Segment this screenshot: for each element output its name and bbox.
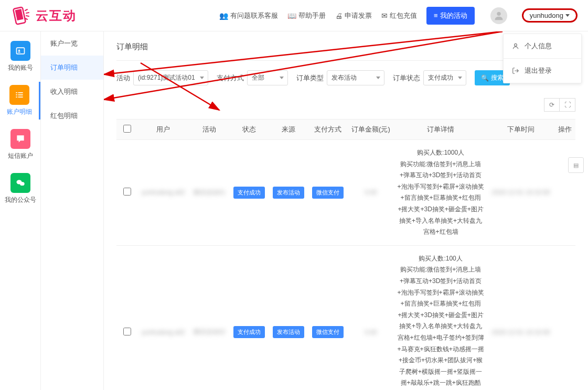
header-links: 👥有问题联系客服 📖帮助手册 🖨申请发票 ✉红包充值 ≡我的活动 yunhudo…	[219, 7, 578, 25]
sidebar-item-account-details[interactable]: 账户明细	[0, 82, 40, 120]
my-activity-button[interactable]: ≡我的活动	[426, 7, 475, 25]
svg-rect-8	[16, 94, 17, 95]
row-checkbox[interactable]	[123, 328, 131, 335]
fullscreen-button[interactable]: ⛶	[560, 98, 575, 112]
book-icon: 📖	[287, 12, 296, 20]
user-menu: 个人信息 退出登录	[503, 34, 582, 83]
table-toolbar: ⟳ ⛶	[116, 95, 575, 119]
select-paymethod[interactable]: 全部	[247, 70, 288, 85]
sidebar-item-sms-account[interactable]: 短信账户	[0, 126, 40, 164]
cell-activity: 测试活动02	[193, 328, 225, 335]
source-badge: 发布活动	[273, 326, 304, 338]
status-badge: 支付成功	[233, 187, 265, 199]
menu-item-logout[interactable]: 退出登录	[504, 59, 581, 83]
fullscreen-icon: ⛶	[564, 101, 571, 109]
cell-action	[554, 140, 575, 246]
svg-rect-10	[16, 96, 17, 98]
avatar[interactable]	[490, 7, 507, 24]
cell-user: yunhudong a02	[142, 329, 185, 336]
menu-item-profile[interactable]: 个人信息	[504, 34, 581, 58]
svg-rect-6	[16, 92, 17, 93]
paymethod-badge: 微信支付	[312, 326, 344, 338]
row-checkbox[interactable]	[123, 188, 131, 196]
th-source: 来源	[269, 120, 308, 140]
cell-time: 2020-12-01 10:10:00	[491, 329, 550, 336]
filter-label-paymethod: 支付方式	[217, 73, 244, 83]
th-details: 订单详情	[394, 120, 487, 140]
cell-action	[554, 245, 575, 390]
svg-rect-9	[18, 94, 23, 95]
cell-details: 购买人数:100人购买功能:微信签到+消息上墙+弹幕互动+3D签到+活动首页+泡…	[394, 245, 487, 390]
wechat-icon	[10, 173, 30, 193]
select-ordertype[interactable]: 发布活动	[327, 70, 384, 85]
svg-point-2	[497, 12, 500, 15]
filter-label-activity: 活动	[116, 73, 130, 83]
list-icon	[9, 85, 29, 105]
logo[interactable]: 云互动	[10, 5, 77, 26]
filter-label-ordertype: 订单类型	[296, 73, 324, 83]
envelope-icon: ✉	[381, 12, 388, 20]
caret-down-icon	[565, 14, 570, 17]
main-content: 订单明细 活动 (id:9271)测试活动01 支付方式 全部 订单类型 发布活…	[104, 31, 588, 390]
header-link-invoice[interactable]: 🖨申请发票	[335, 11, 372, 20]
th-user: 用户	[137, 120, 189, 140]
sidebar-secondary: 账户一览 订单明细 收入明细 红包明细	[41, 31, 104, 390]
print-icon: 🖨	[335, 12, 343, 20]
list-icon: ≡	[434, 12, 438, 19]
source-badge: 发布活动	[273, 187, 304, 199]
select-activity[interactable]: (id:9271)测试活动01	[133, 70, 208, 85]
svg-rect-11	[18, 96, 23, 98]
cell-time: 2020-12-01 10:10:00	[491, 189, 550, 196]
th-activity: 活动	[189, 120, 229, 140]
subnav-redpacket-details[interactable]: 红包明细	[41, 104, 103, 128]
filter-label-orderstatus: 订单状态	[393, 73, 420, 83]
header-link-help[interactable]: 📖帮助手册	[287, 11, 326, 20]
th-amount: 订单金额(元)	[347, 120, 394, 140]
cell-amount: 0.00	[365, 189, 377, 196]
subnav-order-details[interactable]: 订单明细	[41, 56, 103, 80]
contact-icon: 👥	[219, 12, 228, 20]
table-row: yunhudong a02 测试活动02 支付成功 发布活动 微信支付 0.00…	[116, 245, 575, 390]
svg-point-14	[20, 182, 24, 186]
subnav-income-details[interactable]: 收入明细	[41, 80, 103, 104]
profile-icon	[512, 42, 519, 50]
subnav-account-overview[interactable]: 账户一览	[41, 31, 103, 56]
caret-down-icon	[458, 77, 462, 79]
user-dropdown[interactable]: yunhudong	[522, 8, 578, 23]
select-orderstatus[interactable]: 支付成功	[423, 70, 466, 85]
cell-details: 购买人数:1000人购买功能:微信签到+消息上墙+弹幕互动+3D签到+活动首页+…	[394, 140, 487, 246]
th-time: 下单时间	[487, 120, 555, 140]
th-paymethod: 支付方式	[308, 120, 347, 140]
th-action: 操作	[554, 120, 575, 140]
svg-point-3	[515, 44, 517, 46]
chat-icon	[10, 129, 30, 149]
refresh-icon: ⟳	[549, 101, 554, 109]
id-card-icon	[10, 41, 30, 61]
sidebar-item-wechat[interactable]: 我的公众号	[0, 170, 40, 208]
checkbox-all[interactable]	[123, 125, 131, 133]
cell-activity: 测试活动01	[193, 189, 225, 196]
search-icon: 🔍	[481, 74, 489, 82]
header-link-recharge[interactable]: ✉红包充值	[381, 11, 417, 20]
svg-point-5	[18, 50, 19, 51]
svg-rect-7	[18, 92, 23, 93]
caret-down-icon	[280, 77, 284, 79]
header-link-contact[interactable]: 👥有问题联系客服	[219, 11, 278, 20]
cell-amount: 0.00	[365, 329, 377, 336]
logout-icon	[512, 67, 519, 74]
side-widget-button[interactable]: ▤	[568, 157, 584, 173]
sidebar-item-my-account[interactable]: 我的账号	[0, 38, 40, 75]
svg-rect-4	[16, 48, 24, 54]
svg-rect-1	[15, 9, 24, 20]
logo-icon	[10, 5, 31, 26]
table-row: yunhudong a02 测试活动01 支付成功 发布活动 微信支付 0.00…	[116, 140, 575, 246]
cell-user: yunhudong a02	[142, 189, 185, 196]
refresh-button[interactable]: ⟳	[544, 98, 560, 112]
caret-down-icon	[376, 77, 380, 79]
header: 云互动 👥有问题联系客服 📖帮助手册 🖨申请发票 ✉红包充值 ≡我的活动 yun…	[0, 0, 588, 31]
orders-table: 用户 活动 状态 来源 支付方式 订单金额(元) 订单详情 下单时间 操作 yu…	[116, 119, 575, 390]
logo-text: 云互动	[36, 7, 77, 24]
user-name: yunhudong	[530, 12, 563, 19]
sidebar-primary: 我的账号 账户明细 短信账户 我的公众号	[0, 31, 41, 390]
grid-icon: ▤	[573, 162, 579, 169]
